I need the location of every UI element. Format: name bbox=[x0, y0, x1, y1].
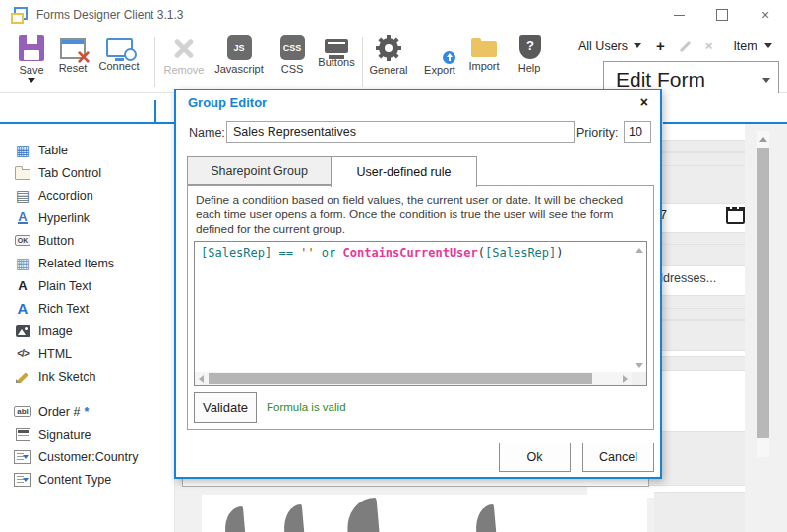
panel-divider-line bbox=[663, 122, 787, 124]
scroll-up-icon[interactable] bbox=[759, 137, 767, 142]
toolbar-separator bbox=[154, 37, 155, 87]
help-button[interactable]: Help bbox=[510, 35, 549, 74]
sidebar-item-html[interactable]: </>HTML bbox=[0, 342, 174, 365]
related-items-icon: ▦ bbox=[13, 256, 32, 270]
calendar-icon[interactable] bbox=[726, 207, 745, 224]
tab-sharepoint-group[interactable]: Sharepoint Group bbox=[187, 156, 332, 185]
sidebar-item-order-field[interactable]: ablOrder #* bbox=[0, 400, 174, 423]
sidebar-item-related-items[interactable]: ▦Related Items bbox=[0, 252, 174, 274]
formula-vertical-scrollbar[interactable] bbox=[632, 242, 646, 372]
formula-editor[interactable]: [SalesRep] == '' or ContainsCurrentUser(… bbox=[194, 241, 647, 386]
sidebar-item-accordion[interactable]: ▤Accordion bbox=[0, 184, 174, 207]
rule-panel: Define a condition based on field values… bbox=[187, 185, 654, 430]
image-icon bbox=[13, 325, 32, 337]
export-button[interactable]: Export bbox=[418, 35, 461, 76]
js-badge-icon: JS bbox=[227, 35, 252, 60]
dialog-close-icon[interactable]: × bbox=[640, 94, 648, 110]
minimize-button[interactable] bbox=[657, 0, 700, 30]
connect-monitor-icon bbox=[106, 38, 133, 57]
edit-group-pencil-icon bbox=[678, 39, 693, 53]
sidebar-item-button[interactable]: OKButton bbox=[0, 229, 174, 252]
connect-button[interactable]: Connect bbox=[93, 35, 145, 72]
lookup-icon bbox=[13, 450, 32, 464]
sidebar-item-customer-country[interactable]: Customer:Country bbox=[0, 445, 174, 468]
group-editor-dialog: Group Editor × Name: Priority: Sharepoin… bbox=[174, 89, 662, 479]
validate-button[interactable]: Validate bbox=[194, 392, 257, 423]
scrollbar-thumb[interactable] bbox=[209, 373, 592, 384]
import-button[interactable]: Import bbox=[461, 35, 507, 72]
addresses-link[interactable]: ddresses... bbox=[656, 271, 716, 285]
rich-text-icon: A bbox=[13, 300, 32, 317]
reset-window-icon bbox=[60, 38, 86, 59]
gear-icon bbox=[376, 35, 401, 61]
close-window-button[interactable]: × bbox=[744, 0, 787, 30]
sidebar-item-rich-text[interactable]: ARich Text bbox=[0, 297, 174, 320]
toolbar-separator bbox=[362, 37, 363, 87]
cancel-button[interactable]: Cancel bbox=[582, 443, 654, 472]
name-input[interactable] bbox=[226, 121, 575, 143]
users-dropdown[interactable]: All Users bbox=[578, 39, 628, 53]
add-group-button[interactable]: + bbox=[656, 37, 665, 54]
sidebar-item-hyperlink[interactable]: AHyperlink bbox=[0, 207, 174, 229]
javascript-button[interactable]: JS Javascript bbox=[210, 35, 269, 75]
up-arrow-icon bbox=[443, 51, 455, 64]
html-icon: </> bbox=[13, 348, 32, 359]
validation-message: Formula is valid bbox=[267, 401, 346, 413]
item-dropdown[interactable]: Item bbox=[733, 39, 757, 53]
sidebar-item-image[interactable]: Image bbox=[0, 320, 174, 342]
save-floppy-icon bbox=[19, 35, 44, 61]
remove-button: Remove bbox=[159, 35, 209, 76]
document-icon bbox=[13, 428, 32, 441]
ink-sketch-preview bbox=[202, 495, 647, 532]
app-logo-icon bbox=[11, 7, 28, 23]
panel-divider-line bbox=[0, 122, 174, 124]
maximize-button[interactable] bbox=[700, 0, 744, 30]
accordion-icon: ▤ bbox=[13, 188, 32, 203]
ok-button[interactable]: Ok bbox=[499, 443, 571, 472]
delete-group-button: × bbox=[705, 38, 713, 53]
buttons-panel-icon bbox=[325, 39, 348, 53]
css-button[interactable]: CSS CSS bbox=[271, 35, 314, 75]
rule-description: Define a condition based on field values… bbox=[188, 186, 653, 237]
title-bar: Forms Designer Client 3.1.3 × bbox=[0, 0, 787, 30]
formula-text: [SalesRep] == '' or ContainsCurrentUser(… bbox=[201, 246, 564, 260]
folder-icon bbox=[13, 166, 32, 180]
save-button[interactable]: Save bbox=[10, 35, 53, 83]
chevron-down-icon[interactable] bbox=[634, 43, 641, 48]
import-folder-icon bbox=[471, 41, 497, 57]
priority-label: Priority: bbox=[576, 126, 618, 140]
remove-x-icon bbox=[171, 35, 197, 61]
app-window: Forms Designer Client 3.1.3 × Save Reset… bbox=[0, 0, 787, 532]
sidebar-item-table[interactable]: ▦Table bbox=[0, 139, 174, 161]
sidebar-item-ink-sketch[interactable]: Ink Sketch bbox=[0, 365, 174, 387]
general-button[interactable]: General bbox=[365, 35, 412, 76]
hyperlink-icon: A bbox=[13, 211, 32, 224]
main-toolbar: Save Reset Connect Remove JS Javascript … bbox=[0, 30, 787, 93]
priority-input[interactable] bbox=[624, 121, 651, 143]
window-controls: × bbox=[657, 0, 787, 30]
buttons-button[interactable]: Buttons bbox=[311, 35, 362, 68]
table-icon: ▦ bbox=[13, 143, 32, 157]
pencil-icon bbox=[13, 370, 32, 384]
sidebar-item-content-type[interactable]: Content Type bbox=[0, 468, 174, 491]
lookup-icon bbox=[13, 473, 32, 487]
chevron-down-icon[interactable] bbox=[764, 43, 772, 48]
scroll-left-icon[interactable] bbox=[199, 375, 204, 383]
sidebar-item-tab-control[interactable]: Tab Control bbox=[0, 161, 174, 184]
reset-button[interactable]: Reset bbox=[52, 35, 93, 74]
plain-text-icon: A bbox=[13, 278, 32, 293]
dialog-title: Group Editor bbox=[188, 95, 267, 110]
panel-divider-notch bbox=[154, 100, 156, 124]
button-icon: OK bbox=[13, 235, 32, 246]
scroll-right-icon[interactable] bbox=[623, 375, 628, 383]
sidebar-item-plain-text[interactable]: APlain Text bbox=[0, 274, 174, 297]
vertical-scrollbar[interactable] bbox=[757, 131, 769, 457]
sidebar-item-signature[interactable]: Signature bbox=[0, 423, 174, 445]
scrollbar-thumb[interactable] bbox=[757, 148, 769, 438]
scroll-down-icon[interactable] bbox=[636, 363, 643, 368]
scroll-up-icon[interactable] bbox=[636, 248, 643, 253]
chevron-down-icon bbox=[762, 78, 770, 83]
formula-horizontal-scrollbar[interactable] bbox=[195, 372, 632, 385]
group-toolbar: All Users + × Item bbox=[578, 37, 772, 54]
tab-user-defined-rule[interactable]: User-defined rule bbox=[331, 156, 477, 187]
